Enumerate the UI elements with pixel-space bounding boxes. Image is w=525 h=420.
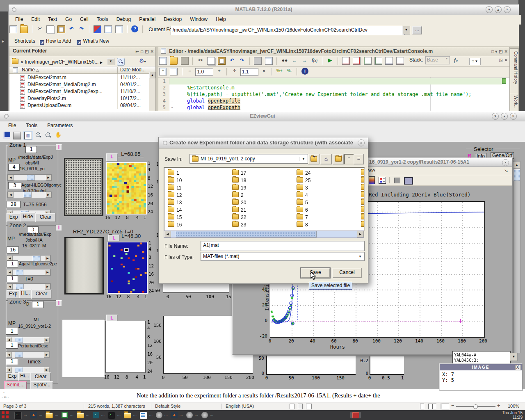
overwrite-mode-icon[interactable] — [298, 404, 303, 409]
step-out-icon[interactable] — [385, 57, 393, 65]
slider-right-icon[interactable]: ▶ — [44, 352, 50, 358]
slider-right-icon[interactable]: ▶ — [44, 337, 50, 343]
open-file-icon[interactable] — [20, 25, 28, 33]
breadcrumb-arrow-icon[interactable]: ▶ — [100, 61, 103, 64]
open-file-icon[interactable] — [170, 57, 178, 65]
table-row[interactable]: DMPexcel2mat.m11/11/2... — [9, 74, 155, 81]
minimize-button[interactable]: ▾ — [492, 113, 499, 120]
slider-right-icon[interactable]: ▶ — [45, 256, 50, 261]
zoom-in-icon[interactable]: + — [497, 402, 500, 409]
code-editor[interactable]: 12%EstartConsole.m3%[file,path] = uiputf… — [158, 78, 509, 112]
menu-text[interactable]: Text — [44, 15, 61, 23]
time-count-field[interactable]: 1 — [6, 358, 18, 365]
cut-icon[interactable]: ✂ — [37, 25, 43, 32]
exp-button[interactable]: Exp — [7, 213, 21, 222]
colormap-icon[interactable] — [369, 176, 375, 184]
code-line[interactable]: %[file,path] = uiputfile('.mat','Create … — [187, 91, 472, 97]
menu-parameters[interactable]: Parameters — [42, 121, 78, 129]
taskbar-overflow-dots[interactable]: … — [55, 413, 58, 417]
folder-item[interactable] — [361, 177, 365, 184]
file-list-scrollbar[interactable]: ▲ — [149, 72, 155, 111]
book-view-icon[interactable] — [440, 404, 449, 409]
current-folder-combo[interactable]: /media/data/EASY/InovImager_jwrCF_WINLin… — [171, 26, 405, 35]
folder-item[interactable]: 1 — [168, 170, 179, 176]
menu-help[interactable]: Help — [212, 15, 230, 23]
taskbar-overflow-dots[interactable]: … — [86, 413, 89, 417]
folder-item[interactable]: 14 — [168, 207, 182, 213]
breakpoint-clear-icon[interactable] — [353, 57, 361, 65]
paste-icon[interactable] — [57, 25, 65, 33]
maximize-button[interactable]: ▴ — [495, 6, 502, 13]
colormap-editor-icon[interactable] — [379, 177, 386, 184]
resize-corner-icon[interactable]: ↘ — [504, 168, 508, 173]
folder-item[interactable]: 6 — [297, 207, 308, 213]
panel-undock-icon[interactable]: ◳ — [145, 49, 148, 54]
slider-track[interactable] — [13, 284, 45, 290]
media-slider[interactable]: ◀▶ — [7, 192, 52, 198]
close-button[interactable]: × — [504, 6, 511, 13]
taskbar-overflow-dots[interactable]: … — [149, 413, 153, 417]
close-button[interactable]: × — [510, 113, 517, 120]
gene-list-item[interactable]: YAL044W-A — [454, 352, 510, 358]
taskbar-item-matlab[interactable]: ▲ — [171, 412, 178, 418]
edit-plot-icon[interactable]: ▥ — [24, 132, 32, 139]
gray-swatch-icon[interactable] — [394, 178, 400, 183]
folder-item[interactable]: 18 — [232, 177, 246, 184]
folder-item[interactable] — [361, 170, 365, 176]
paste-icon[interactable] — [218, 57, 226, 65]
code-line[interactable]: global openExppath — [187, 105, 240, 110]
search-icon[interactable] — [117, 58, 125, 66]
taskbar-item-folder[interactable] — [124, 413, 131, 418]
spotview-button[interactable]: SpotV... — [30, 381, 53, 389]
media-slider[interactable]: ◀▶ — [6, 352, 50, 358]
gear-icon[interactable]: ⚙▾ — [139, 57, 146, 64]
taskbar-item-app-circle[interactable] — [156, 412, 162, 418]
slider-right-icon[interactable]: ▶ — [45, 269, 50, 275]
writer-page-count[interactable]: Page 3 of 3 — [3, 404, 26, 409]
slider-left-icon[interactable]: ◀ — [8, 175, 14, 180]
menu-debug[interactable]: Debug — [112, 15, 135, 23]
taskbar-item-matlab[interactable]: ▲ — [30, 412, 37, 418]
taskbar-item-writer-active[interactable] — [350, 412, 361, 418]
taskbar-item-folder[interactable] — [46, 413, 53, 418]
exp-button[interactable]: Exp — [6, 373, 19, 381]
panel-pin-icon[interactable]: ⇤ — [136, 49, 139, 54]
path-dropdown-icon[interactable]: ▼ — [107, 58, 114, 65]
folder-item[interactable]: 8 — [297, 221, 308, 228]
taskbar-overflow-dots[interactable]: … — [133, 413, 137, 417]
scroll-up-icon[interactable]: ▲ — [514, 162, 520, 169]
folder-item[interactable]: 10 — [168, 177, 182, 184]
slider-right-icon[interactable]: ▶ — [46, 175, 51, 180]
menu-file[interactable]: File — [11, 15, 27, 23]
slider-thumb[interactable] — [15, 269, 23, 275]
mp-count-field[interactable]: 16 — [7, 247, 19, 253]
table-row[interactable]: DMPexcel2mat_MediaDrug2exp...11/10/2... — [9, 88, 155, 95]
zoom-out-icon[interactable]: - — [45, 132, 52, 139]
slider-left-icon[interactable]: ◀ — [7, 269, 13, 275]
ezview-vertical-scrollbar[interactable]: ▲ — [513, 161, 520, 353]
compare-icon[interactable] — [265, 57, 273, 65]
zone-index-field[interactable]: 1 — [25, 146, 37, 153]
save-in-combo[interactable]: MI 16_0919_yor1-2 copy ▼ — [189, 154, 308, 164]
zone-info-icon[interactable]: ❙ — [56, 144, 62, 151]
folder-item[interactable] — [361, 221, 365, 228]
code-line[interactable]: global openExpfile — [187, 98, 240, 104]
folder-item[interactable]: 7 — [297, 214, 308, 221]
media-count-field[interactable]: 1 — [7, 260, 18, 267]
run-icon[interactable]: ▶ — [326, 57, 333, 64]
folder-item[interactable]: 16 — [168, 221, 182, 228]
menu-file[interactable]: File — [3, 121, 21, 129]
file-type-column-icon[interactable] — [13, 67, 18, 73]
panel-maximize-icon[interactable]: □ — [141, 49, 143, 54]
editor-close-icon[interactable]: ✕ — [504, 49, 508, 54]
scrollbar-thumb[interactable] — [176, 231, 317, 237]
folder-item[interactable]: 13 — [168, 199, 182, 206]
folder-item[interactable] — [361, 207, 365, 213]
stack-combo[interactable]: Base ▼ — [425, 56, 450, 64]
undo-icon[interactable]: ↶ — [228, 57, 235, 64]
time-count-field[interactable]: 1 — [7, 275, 18, 282]
taskbar-item-document[interactable] — [140, 412, 147, 419]
cell-divider-icon[interactable] — [170, 68, 178, 75]
single-page-view-icon[interactable] — [420, 404, 424, 409]
slider-thumb[interactable] — [27, 175, 35, 180]
